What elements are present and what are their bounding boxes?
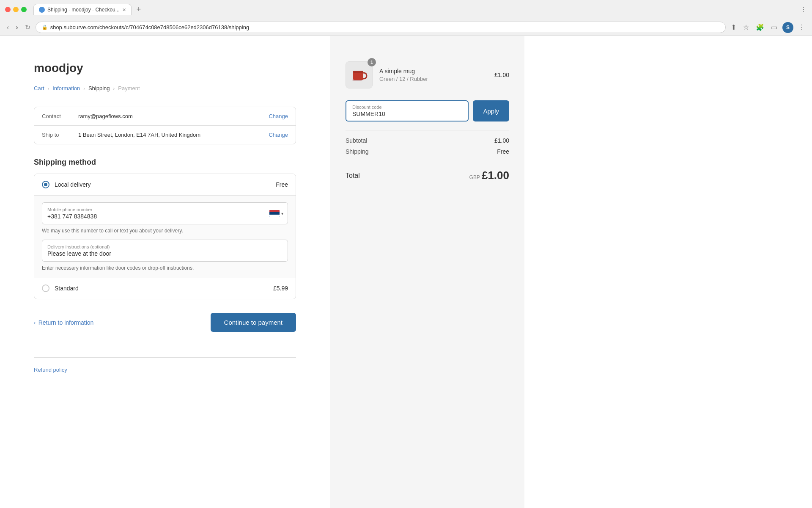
left-arrow-icon: ‹ <box>34 319 36 326</box>
tab-favicon <box>39 7 45 13</box>
right-panel: 1 A simple mug Green / 12 / Rubber £1.00… <box>330 36 524 508</box>
shipping-label: Shipping <box>346 148 369 155</box>
delivery-instructions-wrapper[interactable]: Delivery instructions (optional) Please … <box>42 240 288 262</box>
active-tab[interactable]: Shipping - moodjoy - Checkou... ✕ <box>33 4 132 15</box>
maximize-window-button[interactable] <box>21 7 27 12</box>
breadcrumb-payment: Payment <box>118 85 140 91</box>
tab-close-button[interactable]: ✕ <box>122 7 126 13</box>
shipping-options-card: Local delivery Free Mobile phone number … <box>34 174 296 299</box>
menu-button[interactable]: ⋮ <box>797 22 807 32</box>
total-currency: GBP <box>469 174 480 180</box>
local-delivery-label: Local delivery <box>55 181 271 188</box>
profile-avatar[interactable]: S <box>782 22 793 33</box>
left-panel: moodjoy Cart › Information › Shipping › … <box>0 36 330 508</box>
product-name: A simple mug <box>379 68 488 75</box>
product-info: A simple mug Green / 12 / Rubber <box>379 68 488 82</box>
contact-row: Contact ramy@pageflows.com Change <box>34 107 296 125</box>
share-button[interactable]: ⬆ <box>729 22 738 32</box>
subtotal-label: Subtotal <box>346 137 367 144</box>
left-footer: Refund policy <box>34 357 296 373</box>
tab-title: Shipping - moodjoy - Checkou... <box>47 7 120 13</box>
phone-input-value: +381 747 8384838 <box>47 213 97 220</box>
window-controls[interactable]: ⋮ <box>800 6 807 14</box>
toolbar-actions: ⬆ ☆ 🧩 ▭ S ⋮ <box>729 22 807 33</box>
new-tab-button[interactable]: + <box>133 3 145 16</box>
address-bar[interactable]: 🔒 shop.subcurve.com/checkouts/c/704674c0… <box>36 22 726 33</box>
product-variant: Green / 12 / Rubber <box>379 76 488 82</box>
return-link-label: Return to information <box>38 319 94 326</box>
flag-rs-icon <box>269 210 280 217</box>
breadcrumb-sep-2: › <box>83 86 85 91</box>
phone-flag-selector[interactable]: ▾ <box>265 210 288 217</box>
contact-label: Contact <box>42 113 71 119</box>
page-wrapper: moodjoy Cart › Information › Shipping › … <box>0 36 812 508</box>
breadcrumb-information[interactable]: Information <box>52 85 80 91</box>
local-delivery-option[interactable]: Local delivery Free <box>34 174 296 195</box>
phone-input-inner: Mobile phone number +381 747 8384838 <box>42 203 265 224</box>
svg-rect-2 <box>353 71 363 73</box>
ship-to-value: 1 Bean Street, London, E14 7AH, United K… <box>78 132 262 138</box>
local-delivery-price: Free <box>276 181 288 188</box>
bookmark-button[interactable]: ☆ <box>741 22 751 32</box>
contact-change-link[interactable]: Change <box>269 113 288 119</box>
lock-icon: 🔒 <box>42 25 48 30</box>
mug-icon <box>350 66 368 84</box>
shipping-method-title: Shipping method <box>34 158 296 167</box>
contact-value: ramy@pageflows.com <box>78 113 262 119</box>
forward-button[interactable]: › <box>14 23 19 32</box>
ship-to-change-link[interactable]: Change <box>269 132 288 138</box>
local-delivery-details: Mobile phone number +381 747 8384838 ▾ W… <box>34 195 296 278</box>
apply-discount-button[interactable]: Apply <box>473 100 509 121</box>
ship-to-label: Ship to <box>42 132 71 138</box>
delivery-instructions-value: Please leave at the door <box>47 250 111 257</box>
reload-button[interactable]: ↻ <box>23 22 32 32</box>
local-delivery-radio[interactable] <box>42 181 49 188</box>
quantity-badge: 1 <box>368 58 376 66</box>
return-to-information-link[interactable]: ‹ Return to information <box>34 319 93 326</box>
standard-shipping-price: £5.99 <box>273 285 288 292</box>
back-button[interactable]: ‹ <box>5 23 11 32</box>
breadcrumb-sep-3: › <box>113 86 115 91</box>
info-card: Contact ramy@pageflows.com Change Ship t… <box>34 107 296 144</box>
product-item: 1 A simple mug Green / 12 / Rubber £1.00 <box>346 61 509 88</box>
breadcrumb-cart[interactable]: Cart <box>34 85 44 91</box>
ship-to-row: Ship to 1 Bean Street, London, E14 7AH, … <box>34 125 296 144</box>
product-price: £1.00 <box>494 72 509 78</box>
summary-divider-top <box>346 130 509 130</box>
traffic-lights <box>5 7 27 12</box>
standard-shipping-option[interactable]: Standard £5.99 <box>34 278 296 299</box>
discount-input-wrapper[interactable]: Discount code SUMMER10 <box>346 100 469 121</box>
summary-divider-bottom <box>346 162 509 162</box>
phone-input-wrapper[interactable]: Mobile phone number +381 747 8384838 ▾ <box>42 202 288 224</box>
discount-code-label: Discount code <box>352 105 462 110</box>
extensions-button[interactable]: 🧩 <box>754 22 766 32</box>
breadcrumb: Cart › Information › Shipping › Payment <box>34 85 296 91</box>
breadcrumb-sep-1: › <box>48 86 49 91</box>
total-price: £1.00 <box>482 169 509 182</box>
subtotal-row: Subtotal £1.00 <box>346 137 509 144</box>
delivery-hint: Enter necessary information like door co… <box>42 265 288 271</box>
discount-code-value: SUMMER10 <box>352 110 462 117</box>
continue-to-payment-button[interactable]: Continue to payment <box>211 313 296 332</box>
phone-input-label: Mobile phone number <box>47 207 260 212</box>
store-name: moodjoy <box>34 61 296 75</box>
phone-hint: We may use this number to call or text y… <box>42 228 288 234</box>
total-label: Total <box>346 172 360 179</box>
product-image-wrapper: 1 <box>346 61 373 88</box>
refund-policy-link[interactable]: Refund policy <box>34 367 67 373</box>
minimize-window-button[interactable] <box>13 7 19 12</box>
delivery-instructions-label: Delivery instructions (optional) <box>47 244 283 249</box>
product-image <box>346 61 373 88</box>
url-text: shop.subcurve.com/checkouts/c/704674c08e… <box>50 24 250 30</box>
discount-row: Discount code SUMMER10 Apply <box>346 100 509 121</box>
sidebar-button[interactable]: ▭ <box>769 22 779 32</box>
subtotal-value: £1.00 <box>494 137 509 144</box>
tab-bar: Shipping - moodjoy - Checkou... ✕ + <box>33 3 144 16</box>
browser-chrome: Shipping - moodjoy - Checkou... ✕ + ⋮ ‹ … <box>0 0 812 36</box>
chevron-down-icon: ▾ <box>281 211 283 216</box>
close-window-button[interactable] <box>5 7 11 12</box>
total-price-wrapper: GBP £1.00 <box>469 169 509 182</box>
standard-shipping-radio[interactable] <box>42 284 49 292</box>
total-row: Total GBP £1.00 <box>346 169 509 182</box>
standard-shipping-label: Standard <box>55 285 268 292</box>
